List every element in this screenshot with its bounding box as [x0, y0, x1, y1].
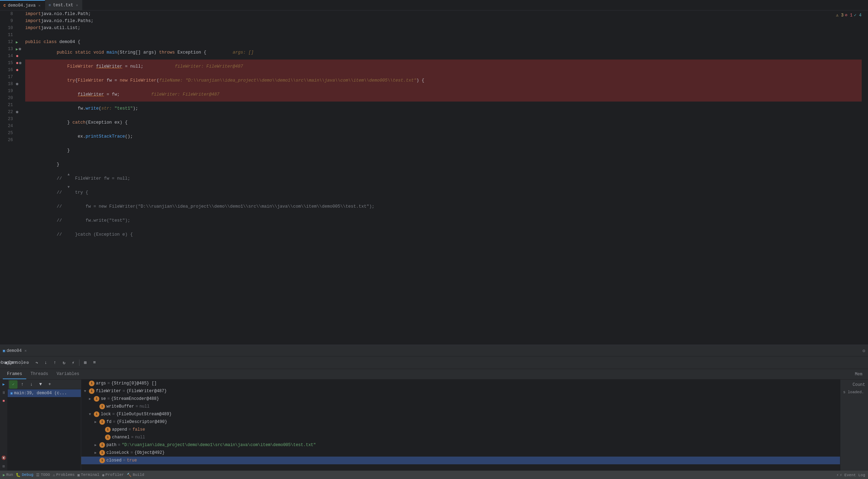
status-left: ▶ Run 🐛 Debug ☰ TODO ⚠ Problems ▣ Termin… — [3, 473, 144, 477]
tab-demo04-close[interactable]: ✕ — [38, 3, 41, 8]
tab-variables[interactable]: Variables — [52, 369, 84, 379]
editor-area: ⚠ 3 ⊘ 1 ✓ 4 ▲ 8 9 10 11 12 13 14 15 16 1… — [0, 11, 868, 345]
frames-content[interactable]: ▣ main:39, demo04 (c... — [8, 389, 81, 471]
step-into-btn[interactable]: ↓ — [42, 359, 50, 367]
var-channel[interactable]: i channel = null — [81, 433, 840, 441]
code-line-24: // fw = new FileWriter("D:\\ruanjian\\id… — [25, 200, 862, 214]
var-writebuffer[interactable]: i writeBuffer = null — [81, 403, 840, 410]
code-line-13: public static void main(String[] args) t… — [25, 46, 862, 60]
var-closed[interactable]: i closed = true — [81, 457, 840, 464]
build-btn[interactable]: 🔨 Build — [127, 473, 144, 477]
frame-down-btn[interactable]: ↓ — [27, 380, 36, 389]
pause-icon[interactable]: ⏸ — [1, 389, 7, 396]
problems-btn[interactable]: ⚠ Problems — [53, 473, 75, 477]
mute-icon[interactable]: 🔇 — [1, 454, 7, 461]
debug-icon: 🐛 — [16, 473, 21, 477]
debug-tab-label[interactable]: demo04 — [7, 348, 22, 353]
var-type-icon-fd: i — [99, 419, 105, 425]
tab-test[interactable]: ≡ test.txt ✕ — [45, 0, 83, 10]
add-btn[interactable]: + — [46, 380, 54, 389]
step-over-btn[interactable]: ↷ — [33, 359, 41, 367]
code-line-20: } — [25, 144, 862, 158]
tab-demo04[interactable]: C demo04.java ✕ — [0, 0, 45, 10]
var-value-fd: {FileDescriptor@490} — [117, 419, 167, 424]
editor-gutter: ▶ ▶ ⬟ ● ● ⬟ ● ⬟ ⬟ — [16, 11, 23, 345]
mem-label: Mem — [852, 372, 865, 377]
todo-btn[interactable]: ☰ TODO — [36, 473, 50, 477]
breakpoint-14[interactable]: ● — [16, 53, 19, 59]
resume-icon[interactable]: ▶ — [1, 381, 7, 387]
var-type-icon-wb: i — [99, 404, 105, 409]
frame-label: main:39, demo04 (c... — [14, 391, 67, 396]
code-line-10: import java.util.List; — [25, 25, 862, 32]
expand-icon-fw[interactable]: ▼ — [84, 389, 89, 393]
expand-icon-path[interactable]: ▶ — [94, 443, 99, 447]
ok-indicator[interactable]: ✓ 4 — [854, 13, 862, 18]
tab-frames[interactable]: Frames — [3, 369, 26, 379]
console-tab-btn[interactable]: ▣ Console — [11, 359, 20, 367]
var-name-closed: closed — [106, 458, 121, 463]
expand-icon-fd[interactable]: ▶ — [94, 420, 99, 424]
layout-btn[interactable]: ⊞ — [81, 359, 90, 367]
var-type-icon-closed: i — [99, 458, 105, 463]
tab-test-close[interactable]: ✕ — [75, 2, 79, 8]
run-btn[interactable]: ▶ Run — [3, 473, 13, 477]
debug-label: Debug — [22, 473, 33, 477]
check-btn[interactable]: ✓ — [9, 380, 18, 389]
debug-btn[interactable]: 🐛 Debug — [16, 473, 33, 477]
todo-icon: ☰ — [36, 473, 40, 477]
var-args[interactable]: i args = {String[0]@485} [] — [81, 380, 840, 387]
terminal-btn[interactable]: ▣ Terminal — [77, 473, 99, 477]
var-value-closed: true — [127, 458, 137, 463]
var-path[interactable]: ▶ i path = "D:\ruanjian\idea_project\dem… — [81, 441, 840, 449]
editor-scrollbar[interactable] — [862, 11, 868, 345]
var-name-lock: lock — [101, 412, 111, 417]
var-append[interactable]: i append = false — [81, 426, 840, 433]
expand-icon-lock[interactable]: ▼ — [89, 412, 94, 416]
var-fd[interactable]: ▶ i fd = {FileDescriptor@490} — [81, 418, 840, 426]
txt-icon: ≡ — [49, 3, 51, 7]
step-out-btn[interactable]: ↑ — [51, 359, 59, 367]
profiler-btn[interactable]: ◉ Profiler — [102, 473, 124, 477]
var-lock[interactable]: ▼ i lock = {FileOutputStream@489} — [81, 410, 840, 418]
run-arrow-12[interactable]: ▶ — [16, 40, 18, 44]
frames-icon[interactable]: ⊞ — [1, 463, 7, 469]
stop-icon[interactable]: ■ — [1, 398, 7, 404]
code-line-21: } — [25, 158, 862, 172]
variables-content[interactable]: i args = {String[0]@485} [] ▼ i fileWrit… — [81, 380, 840, 471]
profiler-icon: ◉ — [102, 473, 105, 477]
show-execution-point-btn[interactable]: ⊙ — [23, 359, 32, 367]
breakpoint-16[interactable]: ● — [16, 67, 19, 73]
var-filewriter[interactable]: ▼ i fileWriter = {FileWriter@487} — [81, 387, 840, 395]
run-arrow-13[interactable]: ▶ — [16, 47, 18, 51]
event-log-btn[interactable]: ⚡ ⚡ Event Log — [836, 473, 865, 477]
error-indicator[interactable]: ⊘ 1 — [845, 13, 853, 18]
filter-btn[interactable]: ▼ — [36, 380, 45, 389]
var-name-se: se — [101, 396, 106, 401]
code-line-15: try{FileWriter fw = new FileWriter( file… — [25, 74, 862, 88]
expand-icon-cl[interactable]: ▶ — [94, 451, 99, 455]
settings-icon[interactable]: ⚙ — [862, 348, 865, 354]
warning-indicator[interactable]: ⚠ 3 — [836, 13, 844, 18]
build-label: Build — [133, 473, 144, 477]
settings-btn-2[interactable]: ≡ — [90, 359, 99, 367]
event-label: ⚡ Event Log — [840, 473, 865, 477]
code-line-26: // }catch (Exception e) { — [25, 228, 862, 242]
evaluate-btn[interactable]: ⚡ — [69, 359, 77, 367]
loaded-text: s loaded. Lo — [842, 389, 867, 396]
debug-panel: ▣ demo04 ✕ ⚙ Debugger ▣ Console ⊙ ↷ ↓ ↑ … — [0, 345, 868, 471]
frame-up-btn[interactable]: ↑ — [18, 380, 27, 389]
code-line-14: FileWriter fileWriter = null; fileWriter… — [25, 60, 862, 74]
frame-item-main[interactable]: ▣ main:39, demo04 (c... — [8, 389, 81, 397]
run-to-cursor-btn[interactable]: ↻ — [60, 359, 68, 367]
terminal-label: Terminal — [81, 473, 99, 477]
variables-panel: i args = {String[0]@485} [] ▼ i fileWrit… — [81, 380, 840, 471]
var-se[interactable]: ▶ i se = {StreamEncoder@488} — [81, 395, 840, 403]
var-type-icon: i — [89, 381, 94, 386]
var-closelock[interactable]: ▶ i closeLock = {Object@492} — [81, 449, 840, 457]
expand-icon-se[interactable]: ▶ — [89, 397, 94, 401]
breakpoint-15[interactable]: ● — [16, 60, 19, 66]
tab-threads[interactable]: Threads — [26, 369, 52, 379]
code-area[interactable]: import java.nio.file.Path; import java.n… — [23, 11, 862, 345]
debug-tab-close[interactable]: ✕ — [24, 348, 27, 353]
